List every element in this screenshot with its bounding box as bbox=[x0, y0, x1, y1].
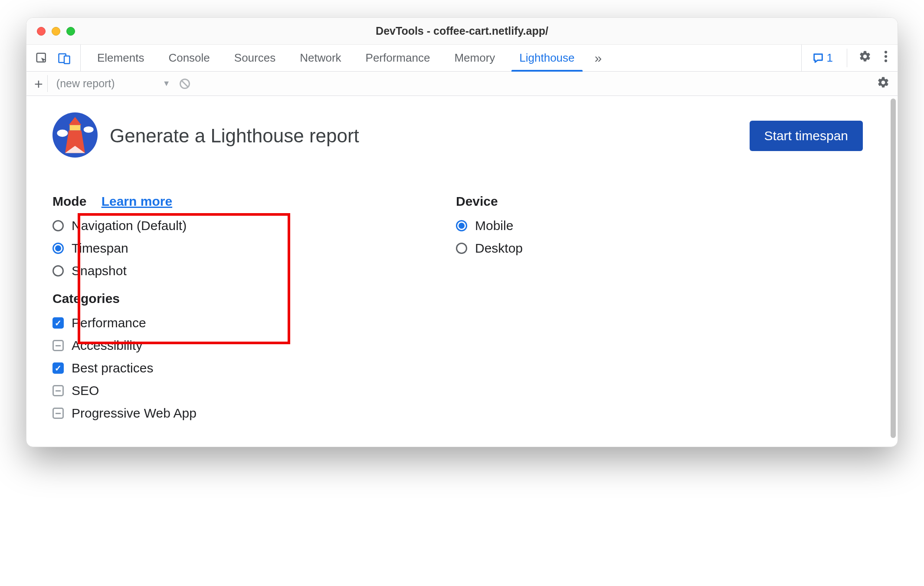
tab-performance[interactable]: Performance bbox=[354, 45, 442, 71]
device-option[interactable]: Desktop bbox=[456, 241, 863, 256]
radio-icon bbox=[52, 220, 64, 231]
settings-icon[interactable] bbox=[858, 49, 872, 67]
tab-elements[interactable]: Elements bbox=[85, 45, 156, 71]
category-option-label: Progressive Web App bbox=[72, 406, 197, 421]
mode-option[interactable]: Navigation (Default) bbox=[52, 218, 456, 233]
svg-point-9 bbox=[57, 130, 68, 137]
learn-more-link[interactable]: Learn more bbox=[102, 194, 172, 208]
svg-point-3 bbox=[885, 51, 887, 53]
chevron-down-icon: ▼ bbox=[163, 79, 170, 88]
device-toggle-icon[interactable] bbox=[58, 52, 71, 65]
report-dropdown-label: (new report) bbox=[56, 77, 115, 90]
mode-section: Mode Learn more Navigation (Default)Time… bbox=[52, 194, 456, 421]
category-option[interactable]: Progressive Web App bbox=[52, 406, 456, 421]
mode-label: Mode bbox=[52, 194, 86, 209]
radio-icon bbox=[52, 265, 64, 277]
mode-option[interactable]: Snapshot bbox=[52, 263, 456, 278]
lighthouse-header: Generate a Lighthouse report Start times… bbox=[52, 112, 863, 159]
scrollbar-thumb[interactable] bbox=[891, 99, 896, 438]
category-option-label: Best practices bbox=[72, 361, 153, 375]
radio-icon bbox=[456, 220, 467, 231]
more-tabs-button[interactable]: » bbox=[587, 51, 610, 66]
new-report-button[interactable]: + bbox=[34, 75, 48, 92]
inspect-icon[interactable] bbox=[35, 52, 48, 65]
kebab-menu-icon[interactable] bbox=[883, 49, 889, 67]
report-dropdown[interactable]: (new report) ▼ bbox=[56, 77, 170, 90]
category-option-label: SEO bbox=[72, 383, 99, 398]
tab-memory[interactable]: Memory bbox=[442, 45, 507, 71]
tab-sources[interactable]: Sources bbox=[222, 45, 288, 71]
svg-rect-12 bbox=[70, 125, 81, 130]
device-option[interactable]: Mobile bbox=[456, 218, 863, 233]
categories-label: Categories bbox=[52, 291, 120, 306]
console-messages-badge[interactable]: 1 bbox=[801, 45, 836, 71]
maximize-window-button[interactable] bbox=[66, 27, 75, 36]
checkbox-icon: ✓ bbox=[52, 317, 64, 329]
radio-icon bbox=[52, 243, 64, 254]
category-option[interactable]: SEO bbox=[52, 383, 456, 398]
svg-rect-2 bbox=[64, 56, 70, 64]
checkbox-icon bbox=[52, 340, 64, 351]
svg-point-10 bbox=[84, 126, 94, 133]
category-option-label: Performance bbox=[72, 316, 146, 330]
window-title: DevTools - coffee-cart.netlify.app/ bbox=[26, 25, 898, 37]
titlebar: DevTools - coffee-cart.netlify.app/ bbox=[26, 18, 898, 45]
svg-line-7 bbox=[182, 81, 188, 87]
lighthouse-toolbar: + (new report) ▼ bbox=[26, 72, 898, 96]
checkbox-icon bbox=[52, 408, 64, 419]
page-title: Generate a Lighthouse report bbox=[110, 125, 359, 147]
svg-point-5 bbox=[885, 59, 887, 62]
panel-settings-icon[interactable] bbox=[877, 76, 890, 92]
svg-point-4 bbox=[885, 55, 887, 58]
console-messages-count: 1 bbox=[827, 51, 833, 65]
minimize-window-button[interactable] bbox=[52, 27, 60, 36]
close-window-button[interactable] bbox=[37, 27, 46, 36]
device-label: Device bbox=[456, 194, 498, 209]
devtools-window: DevTools - coffee-cart.netlify.app/ bbox=[26, 17, 898, 447]
category-option-label: Accessibility bbox=[72, 338, 142, 353]
scrollbar[interactable] bbox=[889, 96, 898, 447]
radio-icon bbox=[456, 243, 467, 254]
tab-network[interactable]: Network bbox=[288, 45, 353, 71]
category-option[interactable]: ✓Best practices bbox=[52, 361, 456, 375]
checkbox-icon: ✓ bbox=[52, 362, 64, 374]
category-option[interactable]: ✓Performance bbox=[52, 316, 456, 330]
device-option-label: Mobile bbox=[475, 218, 513, 233]
categories-section: Categories ✓PerformanceAccessibility✓Bes… bbox=[52, 291, 456, 421]
tab-console[interactable]: Console bbox=[156, 45, 222, 71]
mode-option-label: Timespan bbox=[72, 241, 128, 256]
clear-icon[interactable] bbox=[179, 78, 191, 90]
mode-option-label: Snapshot bbox=[72, 263, 127, 278]
start-timespan-button[interactable]: Start timespan bbox=[750, 121, 863, 151]
checkbox-icon bbox=[52, 385, 64, 396]
lighthouse-logo-icon bbox=[52, 112, 98, 159]
traffic-lights bbox=[26, 27, 75, 36]
mode-option-label: Navigation (Default) bbox=[72, 218, 187, 233]
tabstrip: ElementsConsoleSourcesNetworkPerformance… bbox=[26, 45, 898, 72]
category-option[interactable]: Accessibility bbox=[52, 338, 456, 353]
device-option-label: Desktop bbox=[475, 241, 523, 256]
tab-lighthouse[interactable]: Lighthouse bbox=[507, 45, 587, 71]
mode-option[interactable]: Timespan bbox=[52, 241, 456, 256]
device-section: Device MobileDesktop bbox=[456, 194, 863, 421]
